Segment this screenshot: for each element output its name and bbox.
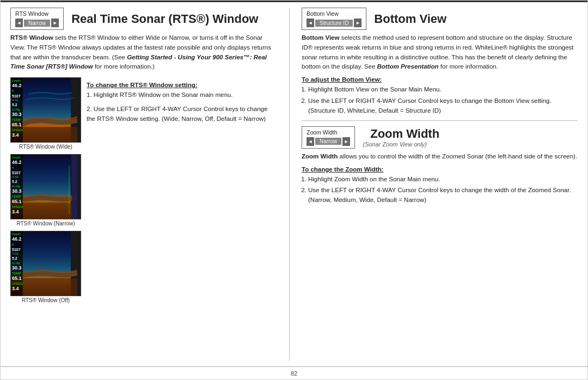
- bottom-view-sub-heading: To adjust the Bottom View:: [302, 76, 578, 83]
- zoom-width-title-area: Zoom Width (Sonar Zoom View only): [363, 126, 439, 149]
- bottom-view-section-header: Bottom View ◄ Structure ID ► Bottom View: [302, 8, 578, 30]
- zoom-width-header: Zoom Width ◄ Narrow ► Zoom Width (Sonar …: [302, 126, 578, 149]
- zoom-width-left-arrow[interactable]: ◄: [307, 137, 314, 146]
- zoom-width-main-title: Zoom Width: [370, 127, 439, 141]
- bottom-view-steps: Highlight Bottom View on the Sonar Main …: [308, 85, 578, 115]
- sonar-image-col: Depth 46.2 ft 5107 4.41 5.2 In.Hg 30.3 T…: [10, 77, 81, 303]
- rts-selector-row: ◄ Narrow ►: [15, 19, 59, 27]
- bottom-view-left-arrow[interactable]: ◄: [307, 19, 314, 27]
- zoom-width-selector-row: ◄ Narrow ►: [307, 137, 350, 146]
- rts-value: Narrow: [24, 20, 50, 27]
- zoom-width-value: Narrow: [315, 138, 341, 145]
- section-separator: [302, 120, 578, 121]
- rts-section-header: RTS Window ◄ Narrow ► Real Time Sonar (R…: [10, 8, 277, 30]
- zoom-steps: Highlight Zoom Width on the Sonar Main m…: [308, 175, 578, 205]
- zoom-body: Zoom Width allows you to control the wid…: [302, 152, 578, 162]
- rts-sub-heading: To change the RTS® Window setting:: [87, 82, 277, 88]
- column-divider: [289, 8, 290, 361]
- sonar-img-wide-wrapper: Depth 46.2 ft 5107 4.41 5.2 In.Hg 30.3 T…: [10, 77, 81, 150]
- rts-body-text: RTS® Window sets the RTS® Window to eith…: [10, 33, 277, 72]
- left-data-bar-3: Depth 46.2 ft 5107 4.43 5.2 In.Hg 30.3 T…: [11, 231, 23, 296]
- zoom-width-label-box: Zoom Width ◄ Narrow ►: [302, 126, 355, 149]
- bottom-view-label-box: Bottom View ◄ Structure ID ►: [302, 8, 366, 30]
- sonar-img-off: Depth 46.2 ft 5107 4.43 5.2 In.Hg 30.3 T…: [10, 231, 81, 296]
- zoom-width-right-arrow[interactable]: ►: [342, 137, 350, 146]
- bottom-view-step2: Use the LEFT or RIGHT 4-WAY Cursor Contr…: [308, 96, 578, 116]
- rts-label-box: RTS Window ◄ Narrow ►: [10, 8, 64, 30]
- zoom-bold: Zoom Width: [302, 153, 338, 160]
- zoom-width-label-title: Zoom Width: [307, 129, 350, 136]
- bottom-view-value: Structure ID: [315, 20, 353, 27]
- page: RTS Window ◄ Narrow ► Real Time Sonar (R…: [0, 0, 588, 380]
- right-column: Bottom View ◄ Structure ID ► Bottom View…: [302, 8, 578, 361]
- zoom-width-note: (Sonar Zoom View only): [363, 141, 439, 148]
- sonar-display-3: [23, 231, 77, 296]
- svg-rect-0: [23, 127, 77, 143]
- rts-step1-text: 1. Highlight RTS® Window on the Sonar ma…: [87, 90, 277, 100]
- zoom-step1: Highlight Zoom Width on the Sonar Main m…: [308, 175, 578, 185]
- sonar-img-narrow-wrapper: Depth 46.2 ft 5107 4.43 5.2 In.Hg 30.3 T…: [10, 154, 81, 226]
- left-column: RTS Window ◄ Narrow ► Real Time Sonar (R…: [10, 8, 277, 361]
- sonar-caption-narrow: RTS® Window (Narrow): [10, 220, 81, 226]
- zoom-step2: Use the LEFT or RIGHT 4-WAY Cursor Contr…: [308, 186, 578, 205]
- content-area: RTS Window ◄ Narrow ► Real Time Sonar (R…: [1, 2, 587, 366]
- rts-image-section: Depth 46.2 ft 5107 4.41 5.2 In.Hg 30.3 T…: [10, 77, 277, 303]
- rts-label-title: RTS Window: [15, 10, 59, 17]
- rts-bold-intro: RTS® Window: [10, 34, 53, 41]
- bottom-view-right-arrow[interactable]: ►: [354, 19, 362, 27]
- svg-rect-2: [72, 155, 77, 219]
- zoom-sub-heading: To change the Zoom Width:: [302, 166, 578, 173]
- left-data-bar-1: Depth 46.2 ft 5107 4.41 5.2 In.Hg 30.3 T…: [11, 78, 23, 142]
- rts-step2-text: 2. Use the LEFT or RIGHT 4-WAY Cursor Co…: [87, 105, 277, 124]
- zoom-width-section: Zoom Width ◄ Narrow ► Zoom Width (Sonar …: [302, 126, 578, 149]
- bottom-view-bold: Bottom View: [302, 34, 339, 41]
- sonar-display-2: [23, 155, 77, 219]
- bottom-view-main-title: Bottom View: [374, 8, 446, 30]
- sonar-caption-wide: RTS® Window (Wide): [10, 144, 81, 150]
- sonar-img-wide: Depth 46.2 ft 5107 4.41 5.2 In.Hg 30.3 T…: [10, 77, 81, 143]
- sonar-display-1: [23, 78, 77, 143]
- bottom-view-label-title: Bottom View: [307, 10, 362, 17]
- bottom-view-body: Bottom View selects the method used to r…: [302, 33, 578, 72]
- rts-main-title: Real Time Sonar (RTS®) Window: [71, 8, 258, 30]
- sonar-img-off-wrapper: Depth 46.2 ft 5107 4.43 5.2 In.Hg 30.3 T…: [10, 231, 81, 303]
- left-data-bar-2: Depth 46.2 ft 5107 4.43 5.2 In.Hg 30.3 T…: [11, 155, 23, 219]
- bottom-view-selector-row: ◄ Structure ID ►: [307, 19, 362, 27]
- rts-steps-col: To change the RTS® Window setting: 1. Hi…: [87, 77, 277, 303]
- bottom-view-step1: Highlight Bottom View on the Sonar Main …: [308, 85, 578, 95]
- bottom-bar: 82: [1, 366, 587, 379]
- rts-left-arrow[interactable]: ◄: [15, 19, 23, 27]
- page-number: 82: [291, 370, 297, 377]
- sonar-img-narrow: Depth 46.2 ft 5107 4.43 5.2 In.Hg 30.3 T…: [10, 154, 81, 219]
- sonar-caption-off: RTS® Window (Off): [10, 297, 81, 303]
- rts-right-arrow[interactable]: ►: [51, 19, 59, 27]
- svg-rect-3: [23, 278, 77, 296]
